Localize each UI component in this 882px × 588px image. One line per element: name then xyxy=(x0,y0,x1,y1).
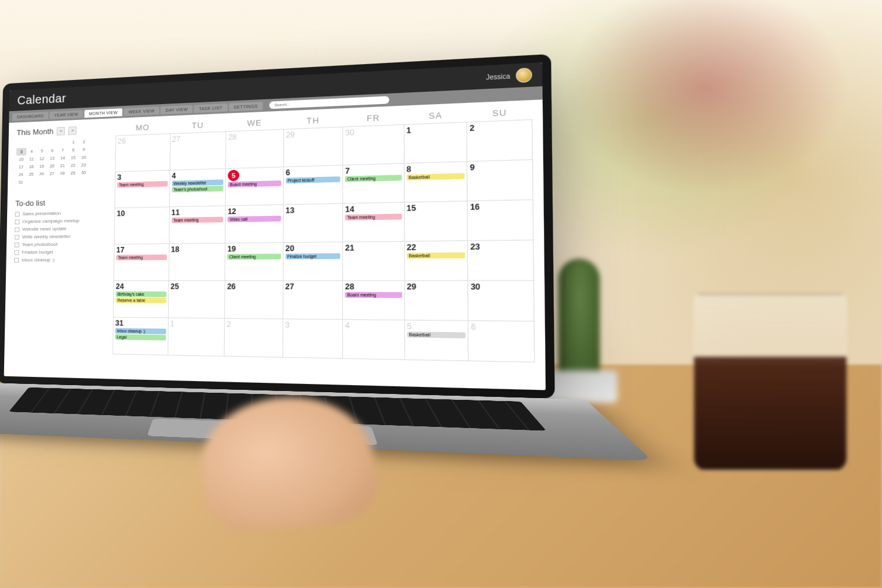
mini-day[interactable]: 23 xyxy=(78,161,89,169)
mini-day[interactable]: 10 xyxy=(16,155,26,163)
calendar-event[interactable]: Team meeting xyxy=(171,217,223,223)
calendar-cell[interactable]: 1 xyxy=(405,122,468,163)
calendar-cell[interactable]: 3 xyxy=(283,319,343,359)
mini-day[interactable]: 9 xyxy=(79,145,89,153)
tab-dashboard[interactable]: DASHBOARD xyxy=(12,112,48,121)
calendar-cell[interactable]: 25 xyxy=(168,281,225,319)
calendar-event[interactable]: Team meeting xyxy=(345,213,402,220)
mini-day[interactable]: 29 xyxy=(68,169,78,177)
calendar-event[interactable]: Client meeting xyxy=(228,253,281,259)
calendar-cell[interactable]: 26 xyxy=(116,134,171,172)
calendar-event[interactable]: Client meeting xyxy=(345,175,402,182)
calendar-event[interactable]: Team's photoshoot xyxy=(172,186,223,193)
prev-month-button[interactable]: < xyxy=(57,126,65,135)
todo-item[interactable]: Sales presentation xyxy=(15,209,109,216)
calendar-cell[interactable]: 26 xyxy=(225,281,283,319)
mini-day[interactable]: 25 xyxy=(26,171,36,179)
tab-day-view[interactable]: DAY VIEW xyxy=(161,105,193,114)
mini-day[interactable]: 17 xyxy=(16,163,26,171)
tab-week-view[interactable]: WEEK VIEW xyxy=(123,106,159,116)
mini-day[interactable]: 12 xyxy=(36,155,47,163)
calendar-cell[interactable]: 6 xyxy=(469,321,535,363)
checkbox-icon[interactable] xyxy=(15,242,19,247)
todo-item[interactable]: Inbox cleanup :) xyxy=(14,257,108,263)
calendar-cell[interactable]: 8Basketball xyxy=(405,162,468,202)
calendar-cell[interactable]: 28Board meeting xyxy=(343,281,405,320)
mini-day[interactable]: 22 xyxy=(68,161,78,169)
calendar-cell[interactable]: 15 xyxy=(405,201,468,242)
calendar-cell[interactable]: 30 xyxy=(343,125,405,165)
mini-day[interactable]: 2 xyxy=(79,138,89,146)
checkbox-icon[interactable] xyxy=(15,219,19,224)
calendar-cell[interactable]: 23 xyxy=(468,240,534,281)
calendar-cell[interactable]: 16 xyxy=(468,200,534,241)
mini-day[interactable]: 14 xyxy=(58,154,68,162)
calendar-event[interactable]: Project kickoff xyxy=(286,176,340,183)
todo-item[interactable]: Team photoshoot xyxy=(15,241,108,248)
mini-day[interactable]: 6 xyxy=(47,146,58,155)
calendar-cell[interactable]: 10 xyxy=(115,207,170,245)
calendar-event[interactable]: Basketball xyxy=(406,173,465,181)
calendar-event[interactable]: Team meeting xyxy=(116,255,167,260)
calendar-cell[interactable]: 4 xyxy=(343,320,405,360)
mini-day[interactable]: 7 xyxy=(58,146,68,155)
checkbox-icon[interactable] xyxy=(14,250,19,255)
mini-day[interactable]: 8 xyxy=(68,146,79,154)
mini-day[interactable]: 18 xyxy=(26,163,37,171)
calendar-event[interactable]: Basketball xyxy=(407,332,466,338)
calendar-cell[interactable]: 18 xyxy=(169,243,225,281)
mini-day[interactable]: 5 xyxy=(37,147,48,155)
tab-year-view[interactable]: YEAR VIEW xyxy=(49,110,83,119)
mini-day[interactable]: 3 xyxy=(16,148,27,156)
mini-day[interactable]: 28 xyxy=(57,169,68,178)
calendar-event[interactable]: Inbox cleanup :) xyxy=(115,328,166,335)
calendar-event[interactable]: Board meeting xyxy=(345,292,402,298)
calendar-cell[interactable]: 3Team meeting xyxy=(115,171,170,208)
calendar-cell[interactable]: 2 xyxy=(467,120,533,162)
checkbox-icon[interactable] xyxy=(15,227,19,232)
mini-day[interactable]: 16 xyxy=(78,153,89,162)
todo-item[interactable]: Finalize budget xyxy=(14,249,108,255)
calendar-cell[interactable]: 28 xyxy=(226,129,283,169)
calendar-cell[interactable]: 31Inbox cleanup :)Legal xyxy=(113,318,168,355)
calendar-event[interactable]: Finalize budget xyxy=(285,253,340,259)
mini-day[interactable]: 4 xyxy=(26,148,37,156)
mini-day[interactable]: 19 xyxy=(36,162,47,171)
calendar-cell[interactable]: 5Board meeting xyxy=(226,167,284,206)
tab-task-list[interactable]: TASK LIST xyxy=(194,103,228,112)
mini-day[interactable]: 24 xyxy=(16,171,26,178)
calendar-cell[interactable]: 24Birthday's cakeReserve a table xyxy=(113,281,169,318)
mini-day[interactable]: 20 xyxy=(47,162,58,171)
calendar-cell[interactable]: 5Basketball xyxy=(405,320,469,361)
mini-calendar[interactable]: 1234567891011121314151617181920212223242… xyxy=(16,137,110,186)
avatar[interactable] xyxy=(516,68,532,83)
calendar-cell[interactable]: 9 xyxy=(467,160,533,201)
calendar-event[interactable]: Reserve a table xyxy=(116,298,166,303)
calendar-cell[interactable]: 22Basketball xyxy=(405,241,468,281)
mini-day[interactable]: 15 xyxy=(68,153,78,162)
calendar-cell[interactable]: 2 xyxy=(225,319,283,358)
calendar-cell[interactable]: 29 xyxy=(405,281,469,321)
mini-day[interactable]: 1 xyxy=(68,138,79,146)
calendar-cell[interactable]: 20Finalize budget xyxy=(283,242,343,281)
user-name[interactable]: Jessica xyxy=(486,72,510,81)
checkbox-icon[interactable] xyxy=(15,235,19,239)
calendar-cell[interactable]: 11Team meeting xyxy=(169,206,226,244)
calendar-event[interactable]: Basketball xyxy=(407,252,466,259)
calendar-cell[interactable]: 1 xyxy=(168,318,225,356)
mini-day[interactable]: 27 xyxy=(46,170,57,178)
calendar-cell[interactable]: 6Project kickoff xyxy=(283,165,343,205)
tab-settings[interactable]: SETTINGS xyxy=(229,102,263,111)
calendar-cell[interactable]: 30 xyxy=(469,281,534,322)
calendar-cell[interactable]: 29 xyxy=(284,127,343,167)
calendar-event[interactable]: Video call xyxy=(228,216,281,222)
calendar-cell[interactable]: 12Video call xyxy=(225,205,283,243)
mini-day[interactable]: 30 xyxy=(78,169,89,177)
calendar-cell[interactable]: 27 xyxy=(283,281,343,320)
mini-day[interactable]: 31 xyxy=(16,178,26,186)
tab-month-view[interactable]: MONTH VIEW xyxy=(84,108,122,118)
todo-item[interactable]: Website news update xyxy=(15,225,108,232)
calendar-event[interactable]: Board meeting xyxy=(228,181,281,188)
calendar-cell[interactable]: 21 xyxy=(343,242,405,281)
calendar-cell[interactable]: 19Client meeting xyxy=(225,243,283,281)
